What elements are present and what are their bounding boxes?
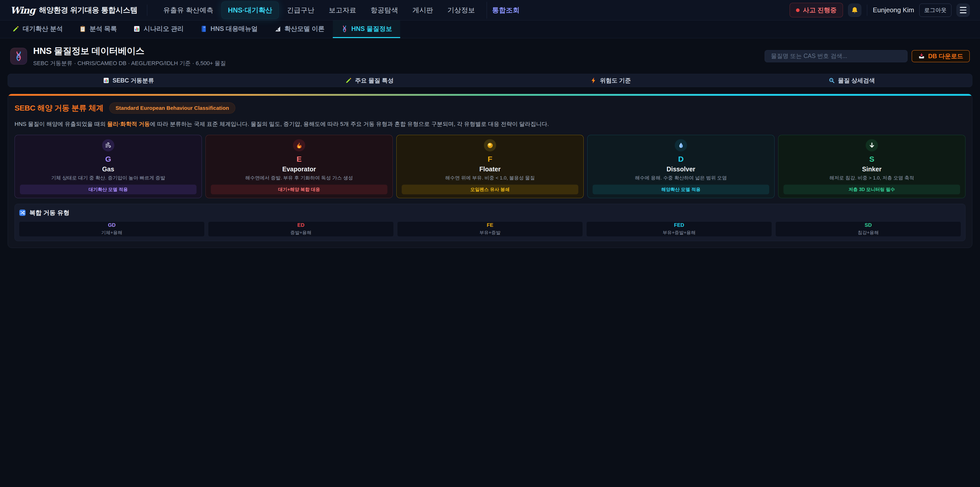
lightning-icon bbox=[590, 77, 597, 84]
dna-icon bbox=[14, 51, 24, 61]
search-icon bbox=[829, 77, 835, 84]
bar-chart-icon bbox=[133, 25, 140, 32]
behavior-tag: 저층 3D 모니터링 필수 bbox=[783, 185, 960, 194]
behavior-desc: 해저로 침강. 비중 > 1.0, 저층 오염 축적 bbox=[829, 175, 914, 181]
tab-scenario-management[interactable]: 시나리오 관리 bbox=[125, 21, 192, 38]
download-tray-icon bbox=[918, 53, 925, 59]
behavior-tag: 오일펜스 유사 봉쇄 bbox=[402, 185, 578, 194]
complex-card-sd[interactable]: SD 침강+용해 bbox=[775, 221, 961, 237]
behavior-code: G bbox=[105, 155, 111, 163]
nav-item-hns-atmos[interactable]: HNS·대기확산 bbox=[221, 2, 279, 19]
gradient-strip bbox=[8, 94, 972, 96]
complex-behavior-title: 복합 거동 유형 bbox=[29, 209, 69, 217]
behavior-desc: 해수면에서 증발. 부유 후 기화하여 독성 가스 생성 bbox=[245, 175, 353, 181]
complex-behavior-panel: 복합 거동 유형 GD 기체+용해 ED 증발+용해 FE 부유+증발 FED … bbox=[14, 204, 966, 241]
behavior-tag: 해양확산 모델 적용 bbox=[593, 185, 769, 194]
behavior-name: Dissolver bbox=[667, 166, 695, 173]
bar-chart-icon bbox=[103, 77, 110, 84]
tab-hns-manual[interactable]: HNS 대응매뉴얼 bbox=[192, 21, 266, 38]
sub-tab-bar: 대기확산 분석 분석 목록 시나리오 관리 bbox=[0, 21, 980, 38]
behavior-code: E bbox=[297, 155, 302, 163]
behavior-tag: 대기확산 모델 적용 bbox=[20, 185, 197, 194]
sebc-panel: SEBC 해양 거동 분류 체계 Standard European Behav… bbox=[8, 94, 972, 248]
complex-code: ED bbox=[298, 222, 304, 228]
incident-status-badge[interactable]: 사고 진행중 bbox=[790, 3, 843, 18]
down-arrow-icon bbox=[865, 139, 878, 152]
complex-behavior-header: 복합 거동 유형 bbox=[19, 209, 961, 217]
complex-label: 증발+용해 bbox=[290, 230, 312, 236]
section-tab-risk-criteria[interactable]: 위험도 기준 bbox=[490, 74, 731, 87]
nav-item-oil-spill[interactable]: 유출유 확산예측 bbox=[157, 2, 220, 19]
db-download-button[interactable]: DB 다운로드 bbox=[912, 50, 970, 62]
behavior-name: Evaporator bbox=[282, 166, 316, 173]
yellow-circle-icon bbox=[484, 139, 496, 152]
behavior-card-gas[interactable]: G Gas 기체 상태로 대기 중 확산. 증기압이 높아 빠르게 증발 대기확… bbox=[14, 135, 202, 198]
shuffle-icon bbox=[19, 209, 26, 216]
nav-item-integrated-search[interactable]: 통합조회 bbox=[487, 2, 526, 19]
notifications-button[interactable] bbox=[848, 3, 861, 17]
topbar-right: 사고 진행중 Eunjeong Kim 로그아웃 bbox=[790, 3, 970, 18]
nav-item-weather[interactable]: 기상정보 bbox=[441, 2, 481, 19]
nav-item-rescue[interactable]: 긴급구난 bbox=[281, 2, 321, 19]
incident-badge-label: 사고 진행중 bbox=[803, 6, 837, 14]
behavior-card-dissolver[interactable]: D Dissolver 해수에 용해. 수중 확산하여 넓은 범위 오염 해양확… bbox=[587, 135, 775, 198]
divider bbox=[147, 5, 147, 16]
page-header: HNS 물질정보 데이터베이스 SEBC 거동분류 · CHRIS/CAMEO … bbox=[0, 38, 980, 73]
page-title-block: HNS 물질정보 데이터베이스 SEBC 거동분류 · CHRIS/CAMEO … bbox=[33, 45, 226, 67]
pencil-icon bbox=[345, 77, 352, 84]
menu-button[interactable] bbox=[956, 3, 970, 17]
substance-search-input[interactable] bbox=[765, 50, 907, 62]
section-tab-sebc[interactable]: SEBC 거동분류 bbox=[8, 74, 249, 87]
clipboard-icon bbox=[79, 25, 86, 32]
complex-label: 부유+증발 bbox=[479, 230, 501, 236]
sebc-title: SEBC 해양 거동 분류 체계 bbox=[14, 103, 103, 113]
complex-code: SD bbox=[865, 222, 872, 228]
gas-wind-icon bbox=[102, 139, 115, 152]
book-icon bbox=[200, 25, 207, 32]
behavior-name: Gas bbox=[102, 166, 114, 173]
tab-analysis-list[interactable]: 분석 목록 bbox=[71, 21, 125, 38]
tab-atmos-analysis[interactable]: 대기확산 분석 bbox=[4, 21, 71, 38]
nav-item-board[interactable]: 게시판 bbox=[406, 2, 439, 19]
ruler-icon bbox=[274, 25, 281, 32]
complex-code: FE bbox=[487, 222, 493, 228]
section-tab-bar: SEBC 거동분류 주요 물질 특성 위험도 기준 물질 상세검색 bbox=[8, 74, 972, 87]
section-tab-detail-search[interactable]: 물질 상세검색 bbox=[731, 74, 972, 87]
behavior-card-sinker[interactable]: S Sinker 해저로 침강. 비중 > 1.0, 저층 오염 축적 저층 3… bbox=[778, 135, 966, 198]
section-tab-properties[interactable]: 주요 물질 특성 bbox=[249, 74, 490, 87]
page-title: HNS 물질정보 데이터베이스 bbox=[33, 45, 226, 57]
top-bar: Wing 해양환경 위기대응 통합시스템 유출유 확산예측 HNS·대기확산 긴… bbox=[0, 0, 980, 21]
logout-button[interactable]: 로그아웃 bbox=[919, 3, 951, 17]
tab-hns-substance-info[interactable]: HNS 물질정보 bbox=[333, 21, 401, 38]
app-title: 해양환경 위기대응 통합시스템 bbox=[39, 5, 138, 15]
complex-label: 침강+용해 bbox=[858, 230, 879, 236]
complex-card-fe[interactable]: FE 부유+증발 bbox=[397, 221, 583, 237]
behavior-card-floater[interactable]: F Floater 해수면 위에 부유. 비중 < 1.0, 불용성 물질 오일… bbox=[396, 135, 584, 198]
brand[interactable]: Wing 해양환경 위기대응 통합시스템 bbox=[10, 5, 137, 16]
behavior-tag: 대기+해양 복합 대응 bbox=[211, 185, 387, 194]
nav-item-reports[interactable]: 보고자료 bbox=[323, 2, 363, 19]
main-nav: 유출유 확산예측 HNS·대기확산 긴급구난 보고자료 항공탐색 게시판 기상정… bbox=[157, 2, 526, 19]
fire-icon bbox=[293, 139, 305, 152]
complex-card-fed[interactable]: FED 부유+증발+용해 bbox=[586, 221, 772, 237]
behavior-desc: 해수면 위에 부유. 비중 < 1.0, 불용성 물질 bbox=[445, 175, 535, 181]
page-icon-box bbox=[10, 48, 27, 65]
sebc-description: HNS 물질이 해양에 유출되었을 때의 물리·화학적 거동에 따라 분류하는 … bbox=[14, 120, 966, 128]
wing-logo: Wing bbox=[10, 5, 35, 16]
sebc-classification-badge: Standard European Behaviour Classificati… bbox=[109, 102, 235, 113]
dna-icon bbox=[341, 25, 348, 32]
complex-card-gd[interactable]: GD 기체+용해 bbox=[19, 221, 205, 237]
sebc-header: SEBC 해양 거동 분류 체계 Standard European Behav… bbox=[14, 102, 966, 113]
behavior-desc: 해수에 용해. 수중 확산하여 넓은 범위 오염 bbox=[635, 175, 727, 181]
nav-item-aerial-search[interactable]: 항공탐색 bbox=[364, 2, 404, 19]
complex-code: FED bbox=[674, 222, 684, 228]
complex-card-ed[interactable]: ED 증발+용해 bbox=[208, 221, 394, 237]
tab-diffusion-model-theory[interactable]: 확산모델 이론 bbox=[266, 21, 333, 38]
description-highlight: 물리·화학적 거동 bbox=[107, 121, 150, 127]
behavior-name: Sinker bbox=[862, 166, 881, 173]
behavior-code: D bbox=[678, 155, 684, 163]
behavior-card-evaporator[interactable]: E Evaporator 해수면에서 증발. 부유 후 기화하여 독성 가스 생… bbox=[205, 135, 393, 198]
behavior-name: Floater bbox=[479, 166, 501, 173]
hamburger-icon bbox=[960, 7, 966, 13]
behavior-cards: G Gas 기체 상태로 대기 중 확산. 증기압이 높아 빠르게 증발 대기확… bbox=[14, 135, 966, 198]
